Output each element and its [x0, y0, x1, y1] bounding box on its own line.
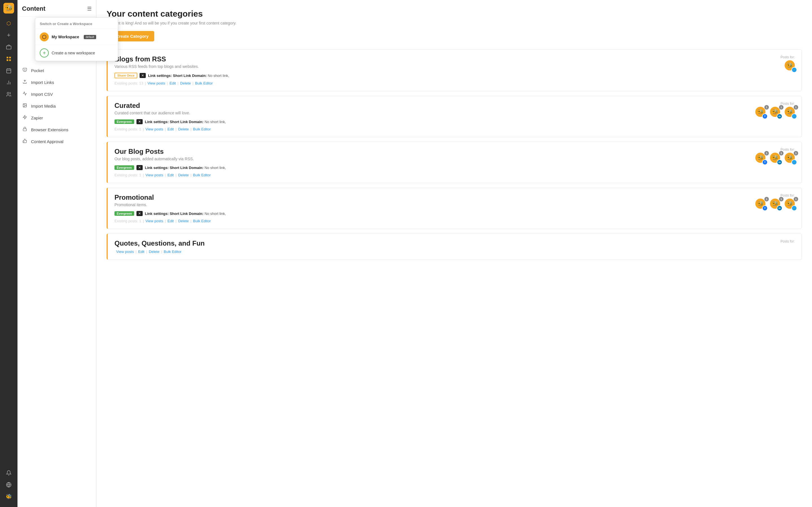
workspace-dropdown-header: Switch or Create a Workspace — [35, 18, 118, 29]
link-icon: ✕ — [140, 73, 146, 78]
avatar-social-badge: 🐦 — [792, 205, 797, 211]
posts-for-label: Posts for: — [780, 55, 795, 59]
nav-grid-icon[interactable] — [3, 54, 14, 64]
sidebar-item-zapier[interactable]: Zapier — [17, 112, 96, 124]
sidebar-item-pocket[interactable]: Pocket — [17, 64, 96, 76]
nav-calendar-icon[interactable] — [3, 65, 14, 76]
avatars-row: 1 🐝 f 1 🐝 in 1 🐝 🐦 — [755, 106, 797, 119]
avatar-social-badge: in — [777, 114, 782, 119]
sidebar-header: Content ☰ — [17, 0, 96, 17]
view-posts-link[interactable]: View posts — [116, 249, 134, 254]
existing-posts-count: Existing posts: 13 — [114, 81, 143, 86]
edit-link[interactable]: Edit — [167, 173, 174, 177]
bulk-editor-link[interactable]: Bulk Editor — [193, 173, 211, 177]
sidebar-item-import-csv[interactable]: Import CSV — [17, 88, 96, 100]
separator: | — [190, 219, 191, 223]
sidebar-title: Content — [22, 5, 45, 12]
view-posts-link[interactable]: View posts — [146, 219, 163, 223]
separator: | — [165, 219, 166, 223]
separator: | — [190, 127, 191, 131]
nav-chart-icon[interactable] — [3, 77, 14, 88]
category-card: Posts for: 1 🐝 f 1 🐝 in 1 🐝 🐦 — [107, 187, 802, 229]
avatar-count-badge: 1 — [779, 197, 783, 202]
delete-link[interactable]: Delete — [180, 81, 191, 86]
svg-marker-18 — [23, 115, 27, 119]
workspace-item-my[interactable]: ⬡ My Workspace default — [35, 29, 118, 45]
category-name: Blogs from RSS — [114, 55, 795, 63]
link-icon: ✕ — [137, 119, 143, 124]
avatars-row: 1 🐝 f 1 🐝 in 1 🐝 🐦 — [755, 152, 797, 165]
bulk-editor-link[interactable]: Bulk Editor — [193, 127, 211, 131]
link-icon: ✕ — [137, 165, 143, 170]
workspace-create-icon: + — [40, 48, 49, 57]
sidebar-item-import-media[interactable]: Import Media — [17, 100, 96, 112]
separator: | — [143, 173, 144, 177]
link-settings: Link settings: Short Link Domain: No sho… — [145, 212, 226, 216]
separator: | — [145, 81, 146, 86]
pocket-icon — [22, 68, 28, 73]
view-posts-link[interactable]: View posts — [146, 173, 163, 177]
nav-briefcase-icon[interactable] — [3, 42, 14, 52]
category-card: Posts for: 1 🐝 f 1 🐝 in 1 🐝 🐦 — [107, 142, 802, 183]
category-name: Promotional — [114, 193, 795, 202]
category-tags-row: Evergreen ✕ Link settings: Short Link Do… — [114, 119, 795, 124]
nav-bell-icon[interactable] — [3, 467, 14, 478]
import-links-icon — [22, 79, 28, 85]
sidebar: Content ☰ Switch or Create a Workspace ⬡… — [17, 0, 96, 507]
svg-rect-1 — [7, 57, 8, 59]
sidebar-item-import-media-label: Import Media — [31, 104, 56, 108]
view-posts-link[interactable]: View posts — [146, 127, 163, 131]
avatar-social-badge: 🐦 — [792, 67, 797, 73]
separator: | — [165, 173, 166, 177]
edit-link[interactable]: Edit — [167, 219, 174, 223]
avatar-count-badge: 1 — [794, 105, 798, 110]
workspace-create-new[interactable]: + Create a new workspace — [35, 45, 118, 61]
posts-for-label: Posts for: — [780, 148, 795, 152]
bulk-editor-link[interactable]: Bulk Editor — [195, 81, 213, 86]
tag-evergreen: Evergreen — [114, 119, 134, 124]
delete-link[interactable]: Delete — [149, 249, 160, 254]
bulk-editor-link[interactable]: Bulk Editor — [164, 249, 182, 254]
content-approval-icon — [22, 138, 28, 144]
tag-share-once: Share Once — [114, 73, 137, 78]
nav-plus-icon[interactable]: + — [3, 30, 14, 41]
nav-globe-icon[interactable] — [3, 480, 14, 490]
sidebar-item-content-approval[interactable]: Content Approval — [17, 135, 96, 147]
sidebar-item-content-approval-label: Content Approval — [31, 139, 63, 144]
delete-link[interactable]: Delete — [178, 219, 189, 223]
category-tags-row: Evergreen ✕ Link settings: Short Link Do… — [114, 211, 795, 216]
nav-people-icon[interactable] — [3, 89, 14, 100]
workspace-create-label: Create a new workspace — [52, 51, 95, 55]
nav-bee-bottom-icon[interactable]: 🐝 — [3, 491, 14, 502]
categories-container: Posts for: 🐝 🐦 Blogs from RSS Various RS… — [107, 49, 802, 260]
svg-rect-2 — [9, 57, 11, 59]
sidebar-item-browser-extensions[interactable]: Browser Extensions — [17, 124, 96, 135]
view-posts-link[interactable]: View posts — [147, 81, 165, 86]
workspace-dropdown: Switch or Create a Workspace ⬡ My Worksp… — [35, 17, 118, 61]
category-name: Our Blog Posts — [114, 148, 795, 156]
sidebar-menu-icon[interactable]: ☰ — [87, 6, 92, 12]
category-tags-row: Evergreen ✕ Link settings: Short Link Do… — [114, 165, 795, 170]
app-logo[interactable]: 🐝 — [3, 3, 14, 13]
edit-link[interactable]: Edit — [138, 249, 144, 254]
delete-link[interactable]: Delete — [178, 127, 189, 131]
avatar-stack: 1 🐝 f — [755, 106, 768, 119]
page-subtitle: Content is king! And so will be you if y… — [107, 21, 802, 25]
tag-evergreen: Evergreen — [114, 165, 134, 170]
category-card: Posts for: 1 🐝 f 1 🐝 in 1 🐝 🐦 — [107, 96, 802, 137]
main-inner: Your content categories Content is king!… — [96, 0, 812, 507]
bulk-editor-link[interactable]: Bulk Editor — [193, 219, 211, 223]
svg-rect-0 — [6, 46, 11, 49]
avatars-row: 🐝 🐦 — [784, 60, 797, 73]
delete-link[interactable]: Delete — [178, 173, 189, 177]
avatars-row: 1 🐝 f 1 🐝 in 1 🐝 🐦 — [755, 198, 797, 211]
avatar-count-badge: 1 — [764, 197, 769, 202]
category-name: Curated — [114, 102, 795, 110]
nav-hex-icon[interactable]: ⬡ — [3, 18, 14, 29]
sidebar-item-import-links[interactable]: Import Links — [17, 76, 96, 88]
avatar-social-badge: f — [762, 159, 768, 165]
edit-link[interactable]: Edit — [167, 127, 174, 131]
category-card: Posts for: 🐝 🐦 Blogs from RSS Various RS… — [107, 49, 802, 91]
separator: | — [136, 249, 137, 254]
edit-link[interactable]: Edit — [169, 81, 175, 86]
